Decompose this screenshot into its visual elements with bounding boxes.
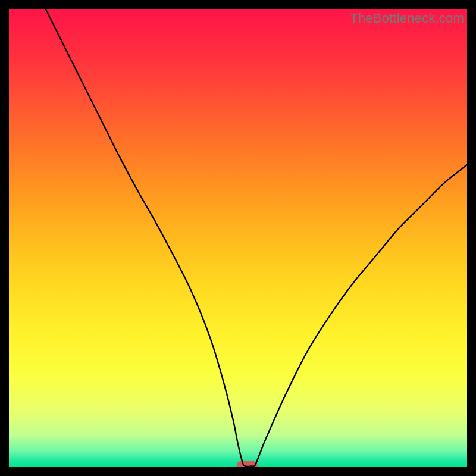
chart-svg bbox=[9, 9, 467, 467]
chart-container: TheBottleneck.com bbox=[0, 0, 476, 476]
watermark-text: TheBottleneck.com bbox=[350, 11, 464, 26]
gradient-background bbox=[9, 9, 467, 467]
plot-area bbox=[9, 9, 467, 467]
